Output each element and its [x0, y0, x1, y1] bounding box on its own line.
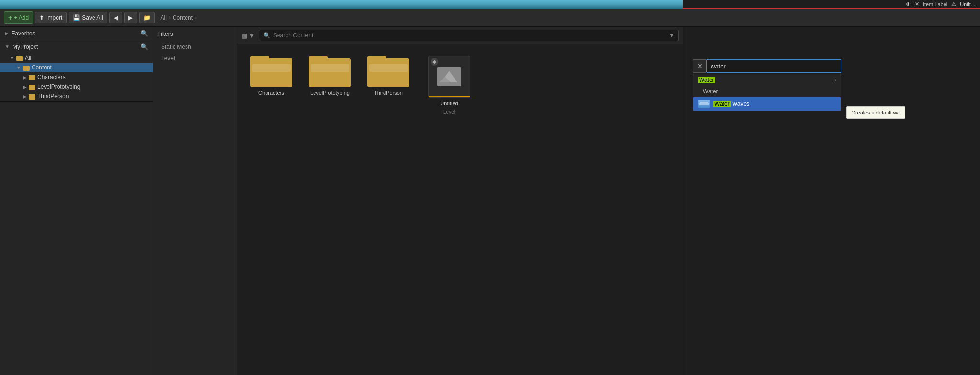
characters-grid-label: Characters [258, 90, 284, 96]
all-folder-icon [16, 56, 23, 61]
favorites-search-icon[interactable]: 🔍 [140, 30, 148, 37]
autocomplete-clear-button[interactable]: ✕ [693, 59, 706, 73]
water-highlight: Water [698, 77, 715, 83]
breadcrumb-all[interactable]: All [161, 14, 167, 21]
tree-item-level-prototyping[interactable]: ▶ LevelPrototyping [0, 82, 153, 91]
breadcrumb-content[interactable]: Content [173, 14, 193, 21]
autocomplete-item-water-left: Water [698, 77, 715, 83]
autocomplete-item-water[interactable]: Water › [693, 74, 841, 86]
content-grid: Characters LevelPrototyping [237, 44, 683, 126]
folder-button[interactable]: 📁 [139, 12, 155, 23]
search-dropdown-button[interactable]: ▼ [669, 32, 675, 39]
autocomplete-subitem-water: Water [693, 86, 841, 97]
grid-item-characters[interactable]: Characters [245, 52, 298, 100]
my-project-search-icon[interactable]: 🔍 [140, 43, 148, 50]
favorites-section: ▶ Favorites 🔍 [0, 27, 153, 40]
my-project-label: MyProject [12, 44, 38, 50]
tree-level-proto-label: LevelPrototyping [37, 83, 80, 90]
my-project-header-left: ▼ MyProject [5, 44, 38, 50]
content-area: ▤ ▼ 🔍 ▼ Characters [237, 27, 683, 375]
grid-item-level-prototyping[interactable]: LevelPrototyping [303, 52, 356, 100]
close-icon[interactable]: ✕ [915, 1, 919, 7]
top-bar: 👁 ✕ Item Label ⚠ Untit... [0, 0, 980, 9]
search-icon: 🔍 [263, 32, 270, 39]
untitled-level-label: Untit... [960, 1, 975, 7]
save-icon: 💾 [73, 14, 80, 21]
breadcrumb: All › Content › [161, 14, 197, 21]
autocomplete-dropdown: Water › Water Water Waves [693, 74, 841, 111]
characters-folder-icon-big [250, 56, 292, 87]
tree-content-label: Content [32, 64, 52, 71]
autocomplete-item-water-waves[interactable]: Water Waves [693, 97, 841, 111]
import-icon: ⬆ [39, 14, 44, 21]
content-folder-icon [23, 66, 30, 71]
level-asset-badge: ✱ [431, 58, 438, 66]
water-highlight-2: Water [713, 101, 731, 107]
untitled-sublabel: Level [443, 109, 455, 114]
tree-characters-label: Characters [37, 74, 66, 80]
grid-item-third-person[interactable]: ThirdPerson [362, 52, 415, 100]
import-button[interactable]: ⬆ Import [35, 12, 67, 23]
my-project-section: ▼ MyProject 🔍 ▼ All ▼ Content ▶ Characte… [0, 40, 153, 102]
toolbar: + + Add ⬆ Import 💾 Save All ◀ ▶ 📁 All › … [0, 9, 980, 27]
breadcrumb-sep-1: › [169, 14, 171, 21]
tree-item-all[interactable]: ▼ All [0, 53, 153, 63]
favorites-label: Favorites [12, 30, 35, 37]
main-layout: ▶ Favorites 🔍 ▼ MyProject 🔍 ▼ All [0, 27, 980, 375]
save-all-button[interactable]: 💾 Save All [69, 12, 107, 23]
content-toolbar: ▤ ▼ 🔍 ▼ [237, 27, 683, 44]
level-proto-folder-body [309, 58, 351, 87]
grid-item-untitled-level[interactable]: ✱ Untitled Level [420, 52, 478, 118]
filter-icon: ▤ [241, 32, 247, 39]
filter-toggle-button[interactable]: ▤ ▼ [241, 32, 255, 39]
third-person-folder-body [367, 58, 409, 87]
third-person-grid-label: ThirdPerson [374, 90, 403, 96]
characters-folder-icon [29, 75, 35, 80]
filter-dropdown-icon: ▼ [248, 32, 255, 39]
favorites-header[interactable]: ▶ Favorites 🔍 [0, 27, 153, 40]
waves-label: Waves [732, 101, 749, 107]
autocomplete-input[interactable] [706, 59, 841, 73]
filter-level[interactable]: Level [157, 53, 233, 64]
tree-third-person-label: ThirdPerson [37, 93, 69, 100]
untitled-grid-label: Untitled [440, 101, 458, 106]
autocomplete-item-water-waves-left: Water Waves [698, 100, 749, 108]
third-person-folder-icon [29, 94, 35, 100]
level-asset-icon [437, 67, 461, 86]
my-project-chevron: ▼ [5, 44, 10, 49]
content-chevron: ▼ [16, 65, 21, 70]
third-person-chevron: ▶ [23, 94, 27, 99]
warning-icon: ⚠ [951, 1, 956, 7]
level-proto-chevron: ▶ [23, 84, 27, 90]
item-label: Item Label [923, 1, 947, 7]
my-project-header[interactable]: ▼ MyProject 🔍 [0, 40, 153, 53]
filters-title: Filters [157, 31, 233, 37]
third-person-folder-icon-big [367, 56, 409, 87]
tree-all-label: All [25, 55, 31, 61]
water-waves-icon [698, 100, 710, 108]
level-asset-bar [429, 96, 470, 97]
add-button[interactable]: + + Add [4, 11, 33, 24]
level-proto-folder-icon-big [309, 56, 351, 87]
favorites-chevron: ▶ [5, 31, 9, 36]
filter-static-mesh[interactable]: Static Mesh [157, 41, 233, 53]
characters-folder-body [250, 58, 292, 87]
search-bar: 🔍 ▼ [259, 30, 679, 41]
water-chevron-right: › [834, 77, 836, 83]
add-label: + Add [14, 14, 29, 21]
add-icon: + [8, 14, 12, 22]
tree-item-third-person[interactable]: ▶ ThirdPerson [0, 91, 153, 101]
search-input[interactable] [273, 32, 666, 39]
history-back-button[interactable]: ◀ [109, 12, 122, 23]
eye-icon: 👁 [906, 1, 911, 7]
level-proto-folder-highlight [311, 64, 349, 72]
autocomplete-input-row: ✕ [693, 59, 841, 73]
tree-item-content[interactable]: ▼ Content [0, 63, 153, 72]
history-forward-button[interactable]: ▶ [124, 12, 137, 23]
tree-item-characters[interactable]: ▶ Characters [0, 72, 153, 82]
tooltip-box: Creates a default wa [846, 106, 905, 119]
water-waves-label: Water Waves [713, 101, 749, 107]
breadcrumb-sep-2: › [195, 14, 197, 21]
filters-panel: Filters Static Mesh Level [153, 27, 237, 375]
left-sidebar: ▶ Favorites 🔍 ▼ MyProject 🔍 ▼ All [0, 27, 153, 375]
